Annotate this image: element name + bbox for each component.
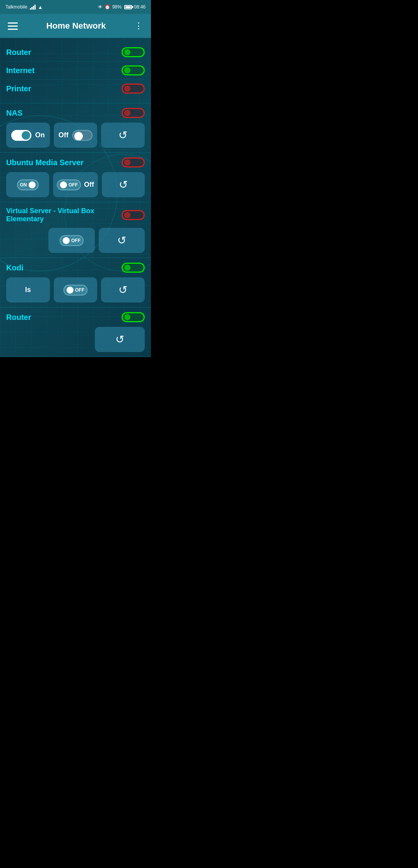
ubuntu-refresh-button[interactable]: ↺	[102, 172, 145, 197]
kodi-refresh-icon: ↺	[118, 284, 127, 296]
virtual-server-status-pill	[122, 210, 145, 220]
kodi-off-knob	[67, 287, 74, 294]
nas-section: NAS On Off ↺	[0, 103, 151, 153]
virtual-server-header: Virtual Server - Virtual Box Elementary	[6, 207, 145, 223]
ubuntu-section: Ubuntu Media Server ON OFF Off ↺	[0, 153, 151, 202]
nas-off-button[interactable]: Off	[54, 123, 98, 148]
router-row: Router	[6, 43, 145, 61]
virtual-server-refresh-icon: ↺	[117, 234, 126, 247]
virtual-server-off-switch: OFF	[60, 235, 84, 246]
main-content: Router Internet Printer NAS On Off	[0, 38, 151, 357]
wifi-icon: ▲	[38, 4, 43, 10]
internet-row: Internet	[6, 61, 145, 79]
nas-on-button[interactable]: On	[6, 123, 50, 148]
virtual-server-name: Virtual Server - Virtual Box Elementary	[6, 207, 94, 223]
time-label: 08:46	[134, 4, 146, 10]
signal-icon	[30, 4, 36, 10]
virtual-server-off-knob	[63, 237, 70, 244]
kodi-off-button[interactable]: OFF	[54, 277, 98, 302]
carrier-label: Talkmobile	[5, 4, 27, 10]
ubuntu-on-switch: ON	[17, 179, 39, 190]
nas-controls: On Off ↺	[6, 123, 145, 148]
router-bottom-refresh-icon: ↺	[115, 333, 124, 346]
internet-label: Internet	[6, 66, 34, 75]
ubuntu-label: Ubuntu Media Server	[6, 158, 84, 167]
nas-status-pill	[122, 108, 145, 118]
ubuntu-off-switch: OFF	[57, 179, 81, 190]
nas-refresh-button[interactable]: ↺	[101, 123, 145, 148]
eye-icon: 👁	[98, 4, 103, 10]
router-bottom-status-pill	[122, 312, 145, 322]
virtual-server-off-text: OFF	[71, 238, 81, 243]
virtual-server-refresh-button[interactable]: ↺	[99, 228, 145, 253]
router-bottom-controls: ↺	[6, 327, 145, 352]
nas-off-switch	[72, 130, 93, 141]
nas-on-label: On	[35, 131, 45, 139]
ubuntu-off-button[interactable]: OFF Off	[53, 172, 98, 197]
page-title: Home Network	[19, 21, 133, 31]
kodi-section: Kodi Is OFF ↺	[0, 258, 151, 308]
virtual-server-label-line2: Elementary	[6, 215, 94, 223]
ubuntu-header: Ubuntu Media Server	[6, 157, 145, 167]
printer-status-pill	[122, 84, 145, 94]
virtual-server-controls: OFF ↺	[6, 228, 145, 253]
router-status-pill	[122, 47, 145, 57]
router-bottom-section: Router ↺	[0, 308, 151, 357]
router-label: Router	[6, 48, 31, 57]
battery-icon	[124, 5, 132, 9]
nas-header: NAS	[6, 108, 145, 118]
simple-devices-section: Router Internet Printer	[0, 38, 151, 103]
ubuntu-controls: ON OFF Off ↺	[6, 172, 145, 197]
kodi-status-pill	[122, 263, 145, 273]
nas-on-switch	[11, 130, 31, 141]
printer-row: Printer	[6, 79, 145, 97]
kodi-off-text: OFF	[75, 287, 84, 293]
alarm-icon: ⏰	[104, 4, 110, 10]
status-bar: Talkmobile ▲ 👁 ⏰ 98% 08:46	[0, 0, 151, 14]
ubuntu-on-text: ON	[20, 182, 27, 188]
virtual-server-spacer	[6, 228, 45, 253]
nas-off-label: Off	[58, 131, 69, 139]
kodi-is-label: Is	[25, 286, 31, 294]
ubuntu-off-knob	[60, 181, 67, 188]
kodi-label: Kodi	[6, 263, 23, 272]
virtual-server-off-button[interactable]: OFF	[48, 228, 94, 253]
virtual-server-label-line1: Virtual Server - Virtual Box	[6, 207, 94, 215]
kodi-refresh-button[interactable]: ↺	[101, 277, 145, 302]
ubuntu-on-knob	[29, 181, 36, 188]
printer-label: Printer	[6, 84, 31, 93]
virtual-server-section: Virtual Server - Virtual Box Elementary …	[0, 202, 151, 258]
nas-label: NAS	[6, 109, 22, 118]
internet-status-pill	[122, 65, 145, 75]
ubuntu-off-label: Off	[84, 181, 94, 189]
kodi-controls: Is OFF ↺	[6, 277, 145, 302]
router-bottom-spacer	[6, 327, 91, 352]
battery-percent: 98%	[112, 4, 122, 10]
kodi-off-switch: OFF	[63, 285, 87, 296]
status-right: 👁 ⏰ 98% 08:46	[98, 4, 146, 10]
kodi-header: Kodi	[6, 263, 145, 273]
ubuntu-status-pill	[122, 157, 145, 167]
ubuntu-on-button[interactable]: ON	[6, 172, 49, 197]
menu-button[interactable]	[6, 21, 19, 31]
router-bottom-label: Router	[6, 313, 31, 322]
status-left: Talkmobile ▲	[5, 4, 43, 10]
more-options-button[interactable]: ⋮	[133, 19, 145, 32]
router-bottom-refresh-button[interactable]: ↺	[95, 327, 145, 352]
kodi-is-button[interactable]: Is	[6, 277, 50, 302]
ubuntu-refresh-icon: ↺	[119, 178, 128, 191]
top-bar: Home Network ⋮	[0, 14, 151, 38]
nas-refresh-icon: ↺	[118, 129, 127, 142]
ubuntu-off-text: OFF	[69, 182, 78, 188]
router-bottom-header: Router	[6, 312, 145, 322]
